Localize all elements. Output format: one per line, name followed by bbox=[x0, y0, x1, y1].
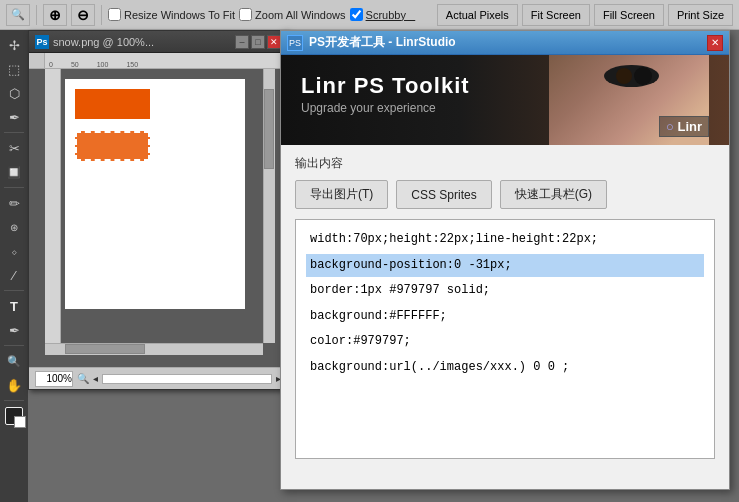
ps-ruler-corner bbox=[29, 53, 45, 69]
css-output-box[interactable]: width:70px;height:22px;line-height:22px;… bbox=[295, 219, 715, 459]
banner-pupil bbox=[634, 67, 652, 85]
banner-iris bbox=[616, 68, 632, 84]
ps-scrollbar-bottom[interactable] bbox=[45, 343, 263, 355]
zoom-in-btn[interactable]: ⊕ bbox=[43, 4, 67, 26]
separator-2 bbox=[101, 5, 102, 25]
ps-window-controls: – □ ✕ bbox=[235, 35, 281, 49]
ps-statusbar: 🔍 ◂ ▸ bbox=[29, 367, 287, 389]
zoom-all-label: Zoom All Windows bbox=[255, 9, 345, 21]
linr-logo-circle: ○ bbox=[666, 119, 674, 134]
linr-close-btn[interactable]: ✕ bbox=[707, 35, 723, 51]
tool-gradient[interactable]: ∕ bbox=[3, 264, 25, 286]
tool-type[interactable]: T bbox=[3, 295, 25, 317]
css-line-0: width:70px;height:22px;line-height:22px; bbox=[306, 228, 704, 252]
ps-ruler-top: 0 50 100 150 bbox=[29, 53, 287, 69]
tool-lasso[interactable]: ⬡ bbox=[3, 82, 25, 104]
ps-progress-bar bbox=[102, 374, 272, 384]
resize-windows-label: Resize Windows To Fit bbox=[124, 9, 235, 21]
canvas-rect-orange-1 bbox=[75, 89, 150, 119]
tool-eraser[interactable]: ⬦ bbox=[3, 240, 25, 262]
css-line-10: background:url(../images/xxx.) 0 0 ; bbox=[306, 356, 704, 380]
ps-ruler-left bbox=[45, 69, 61, 355]
tick-50: 50 bbox=[71, 61, 79, 68]
banner-title: Linr PS Toolkit bbox=[301, 73, 470, 99]
linr-buttons-row: 导出图片(T) CSS Sprites 快速工具栏(G) bbox=[295, 180, 715, 209]
print-size-button[interactable]: Print Size bbox=[668, 4, 733, 26]
tool-magic-wand[interactable]: ✒ bbox=[3, 106, 25, 128]
ps-titlebar: Ps snow.png @ 100%... – □ ✕ bbox=[29, 31, 287, 53]
css-line-8: color:#979797; bbox=[306, 330, 704, 354]
linr-banner: Linr PS Toolkit Upgrade your experience … bbox=[281, 55, 729, 145]
ps-scrollbar-right-thumb[interactable] bbox=[264, 89, 274, 169]
separator-1 bbox=[36, 5, 37, 25]
export-image-btn[interactable]: 导出图片(T) bbox=[295, 180, 388, 209]
tool-hand[interactable]: ✋ bbox=[3, 374, 25, 396]
scrubby-checkbox[interactable] bbox=[350, 8, 363, 21]
ps-status-arrow: ◂ bbox=[93, 373, 98, 384]
tool-pen[interactable]: ✒ bbox=[3, 319, 25, 341]
canvas-rect-orange-2 bbox=[75, 131, 150, 161]
tool-move[interactable]: ✢ bbox=[3, 34, 25, 56]
ps-close-btn[interactable]: ✕ bbox=[267, 35, 281, 49]
tool-separator-5 bbox=[4, 400, 24, 401]
banner-eye-socket bbox=[604, 65, 659, 87]
ruler-ticks-top: 0 50 100 150 bbox=[45, 53, 156, 68]
actual-pixels-button[interactable]: Actual Pixels bbox=[437, 4, 518, 26]
linr-window-title: PS开发者工具 - LinrStudio bbox=[309, 34, 701, 51]
tick-150: 150 bbox=[126, 61, 138, 68]
zoom-all-checkbox[interactable] bbox=[239, 8, 252, 21]
ps-window: Ps snow.png @ 100%... – □ ✕ 0 50 100 150 bbox=[28, 30, 288, 390]
linr-content: 输出内容 导出图片(T) CSS Sprites 快速工具栏(G) width:… bbox=[281, 145, 729, 469]
banner-subtitle: Upgrade your experience bbox=[301, 101, 470, 115]
ps-scrollbar-right[interactable] bbox=[263, 69, 275, 343]
tick-0: 0 bbox=[49, 61, 53, 68]
ps-zoom-input[interactable] bbox=[35, 371, 73, 387]
linr-title-icon: PS bbox=[287, 35, 303, 51]
tool-eyedropper[interactable]: 🔲 bbox=[3, 161, 25, 183]
quick-toolbar-btn[interactable]: 快速工具栏(G) bbox=[500, 180, 607, 209]
tool-marquee[interactable]: ⬚ bbox=[3, 58, 25, 80]
tool-separator-4 bbox=[4, 345, 24, 346]
tool-crop[interactable]: ✂ bbox=[3, 137, 25, 159]
css-line-4: border:1px #979797 solid; bbox=[306, 279, 704, 303]
ps-zoom-icon: 🔍 bbox=[77, 373, 89, 384]
tool-separator-2 bbox=[4, 187, 24, 188]
linr-titlebar: PS PS开发者工具 - LinrStudio ✕ bbox=[281, 31, 729, 55]
foreground-color[interactable] bbox=[5, 407, 23, 425]
left-toolbar: ✢ ⬚ ⬡ ✒ ✂ 🔲 ✏ ⊛ ⬦ ∕ T ✒ 🔍 ✋ bbox=[0, 30, 28, 502]
tool-zoom[interactable]: 🔍 bbox=[3, 350, 25, 372]
resize-windows-checkbox[interactable] bbox=[108, 8, 121, 21]
fill-screen-button[interactable]: Fill Screen bbox=[594, 4, 664, 26]
linr-window: PS PS开发者工具 - LinrStudio ✕ Linr PS Toolki… bbox=[280, 30, 730, 490]
css-line-2: background-position:0 -31px; bbox=[306, 254, 704, 278]
css-line-6: background:#FFFFFF; bbox=[306, 305, 704, 329]
scrubby-zoom-label[interactable]: Scrubby _ bbox=[366, 9, 416, 21]
ps-canvas-content[interactable] bbox=[45, 69, 275, 355]
top-toolbar: 🔍 ⊕ ⊖ Resize Windows To Fit Zoom All Win… bbox=[0, 0, 739, 30]
css-sprites-btn[interactable]: CSS Sprites bbox=[396, 180, 491, 209]
zoom-out-btn[interactable]: ⊖ bbox=[71, 4, 95, 26]
tool-separator-1 bbox=[4, 132, 24, 133]
ps-window-title: snow.png @ 100%... bbox=[53, 36, 231, 48]
ps-minimize-btn[interactable]: – bbox=[235, 35, 249, 49]
banner-logo: ○ Linr bbox=[659, 116, 709, 137]
ps-app-icon: Ps bbox=[35, 35, 49, 49]
banner-text-area: Linr PS Toolkit Upgrade your experience bbox=[301, 73, 470, 115]
tool-brush[interactable]: ✏ bbox=[3, 192, 25, 214]
linr-logo-text: Linr bbox=[677, 119, 702, 134]
resize-windows-group: Resize Windows To Fit bbox=[108, 8, 235, 21]
ps-restore-btn[interactable]: □ bbox=[251, 35, 265, 49]
tool-separator-3 bbox=[4, 290, 24, 291]
linr-section-label: 输出内容 bbox=[295, 155, 715, 172]
scrubby-group: Scrubby _ bbox=[350, 8, 416, 21]
ps-canvas-area: 0 50 100 150 bbox=[29, 53, 287, 367]
zoom-all-group: Zoom All Windows bbox=[239, 8, 345, 21]
search-icon-btn[interactable]: 🔍 bbox=[6, 4, 30, 26]
tick-100: 100 bbox=[97, 61, 109, 68]
fit-screen-button[interactable]: Fit Screen bbox=[522, 4, 590, 26]
tool-clone[interactable]: ⊛ bbox=[3, 216, 25, 238]
ps-scrollbar-bottom-thumb[interactable] bbox=[65, 344, 145, 354]
